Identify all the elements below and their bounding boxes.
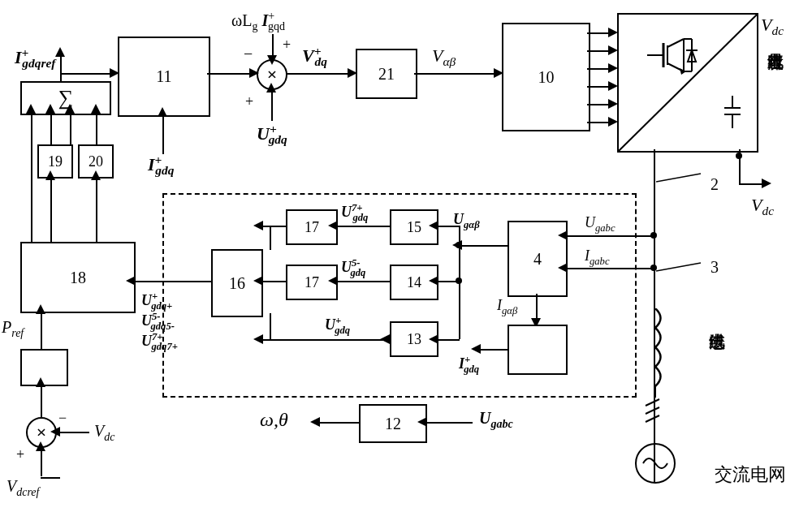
svg-line-22: [646, 415, 659, 422]
ugabc-pll: U: [479, 409, 490, 427]
ugabc-in: U: [585, 214, 595, 230]
sum2-minus: −: [58, 410, 67, 427]
ugdq-in: U: [257, 123, 270, 144]
plus-top: +: [283, 37, 291, 54]
plus-bot: +: [245, 93, 253, 110]
block-10: 10: [502, 23, 590, 131]
sum2-plus: +: [16, 446, 24, 463]
ac-grid-label: 交流电网: [715, 463, 786, 487]
svg-line-21: [646, 407, 659, 414]
marker-2: 2: [710, 175, 719, 194]
block-igdq-out: [508, 325, 568, 375]
igbt-icon: [619, 15, 757, 151]
label-igdqref: I: [15, 47, 22, 67]
ugalphabeta: U: [453, 211, 464, 227]
converter-block: [617, 13, 758, 153]
vdc-out: V: [751, 195, 762, 215]
lead-3: [656, 261, 705, 278]
vdcref: V: [6, 477, 16, 495]
minus-top: −: [244, 45, 253, 63]
block-11: 11: [118, 37, 210, 117]
igdq-in: I: [148, 154, 155, 174]
block-19: 19: [37, 144, 73, 179]
inductor-icon: [641, 308, 669, 406]
ug7: U: [341, 204, 352, 220]
marker-3: 3: [710, 258, 719, 277]
svg-line-18: [656, 263, 701, 271]
svg-line-20: [646, 399, 659, 406]
pref: P: [2, 318, 11, 336]
omega-theta: ω,θ: [260, 409, 288, 430]
lead-2: [656, 172, 705, 188]
vdc-top: V: [761, 15, 771, 35]
block-21: 21: [356, 49, 417, 99]
vdq: V: [302, 45, 314, 66]
valphabeta: V: [432, 45, 443, 66]
block-18: 18: [20, 242, 136, 313]
vdc-in: V: [94, 422, 104, 440]
wlg-igqd: ωLg I+gqd: [231, 11, 285, 29]
ac-source-icon: [635, 443, 676, 484]
svg-line-0: [619, 15, 757, 151]
svg-line-17: [656, 174, 701, 182]
svg-line-4: [667, 39, 684, 47]
